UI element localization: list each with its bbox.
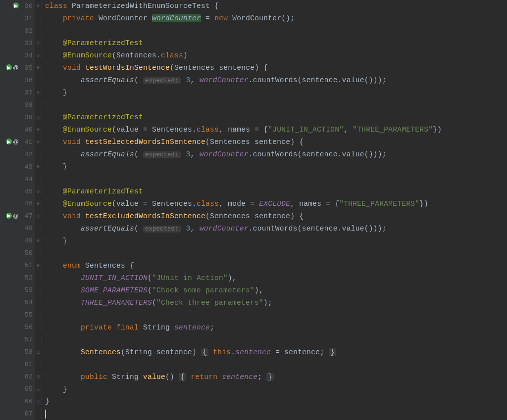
parameter-hint: expected: [143, 77, 181, 84]
code-line[interactable]: 38 [0, 99, 507, 111]
code-line[interactable]: ▶@47 ⊖ void testExcludedWordsInSentence(… [0, 210, 507, 222]
code-line[interactable]: 45 ⊖ @ParameterizedTest [0, 186, 507, 198]
line-number: 30 [19, 2, 33, 10]
code-line[interactable]: 43 ⊖ } [0, 161, 507, 173]
code-line[interactable]: 62 ⊞ public String value() { return sent… [0, 371, 507, 383]
code-line[interactable]: 55 [0, 309, 507, 321]
code-line[interactable]: 58 ⊞ Sentences(String sentence) { this.s… [0, 346, 507, 358]
code-line[interactable]: 46 ⊖ @EnumSource(value = Sentences.class… [0, 198, 507, 210]
parameter-hint: expected: [143, 151, 181, 158]
code-line[interactable]: 48 assertEquals( expected: 3, wordCounte… [0, 222, 507, 234]
code-line[interactable]: ▶ 30 ⊖ class ParameterizedWithEnumSource… [0, 0, 507, 12]
code-line[interactable]: 36 assertEquals( expected: 3, wordCounte… [0, 74, 507, 87]
code-line[interactable]: ▶@35 ⊖ void testWordsInSentence(Sentence… [0, 62, 507, 74]
code-editor[interactable]: ▶ 30 ⊖ class ParameterizedWithEnumSource… [0, 0, 507, 420]
run-test-icon[interactable]: ▶ [6, 139, 12, 144]
highlighted-identifier: wordCounter [152, 14, 201, 22]
code-line[interactable]: 51 ⊖ enum Sentences { [0, 259, 507, 272]
code-line[interactable]: 31 private WordCounter wordCounter = new… [0, 12, 507, 25]
code-line[interactable]: 44 [0, 173, 507, 186]
code-line[interactable]: 66 ⊖ } [0, 395, 507, 408]
code-line[interactable]: 40 ⊖ @EnumSource(value = Sentences.class… [0, 124, 507, 136]
code-line[interactable]: 57 [0, 333, 507, 346]
code-line[interactable]: 67 [0, 408, 507, 420]
run-test-icon[interactable]: ▶ [6, 213, 12, 219]
code-line[interactable]: 32 [0, 25, 507, 37]
override-icon[interactable]: @ [13, 64, 19, 70]
code-line[interactable]: 52 JUNIT_IN_ACTION("JUnit in Action"), [0, 272, 507, 284]
text-caret [45, 410, 46, 419]
code-line[interactable]: 61 [0, 358, 507, 371]
code-line[interactable]: 53 SOME_PARAMETERS("Check some parameter… [0, 284, 507, 296]
override-icon[interactable]: @ [13, 213, 19, 219]
code-line[interactable]: 39 ⊖ @ParameterizedTest [0, 111, 507, 124]
code-line[interactable]: ▶@41 ⊖ void testSelectedWordsInSentence(… [0, 136, 507, 148]
code-line[interactable]: 50 [0, 247, 507, 259]
code-line[interactable]: 34 ⊖ @EnumSource(Sentences.class) [0, 49, 507, 62]
run-test-icon[interactable]: ▶ [6, 64, 12, 70]
code-line[interactable]: 49 ⊖ } [0, 234, 507, 247]
override-icon[interactable]: @ [13, 139, 19, 144]
code-line[interactable]: 65 ⊖ } [0, 383, 507, 395]
parameter-hint: expected: [143, 226, 181, 233]
code-line[interactable]: 37 ⊖ } [0, 87, 507, 99]
code-line[interactable]: 54 THREE_PARAMETERS("Check three paramet… [0, 296, 507, 309]
run-test-icon[interactable]: ▶ [13, 2, 19, 8]
code-line[interactable]: 33 ⊖ @ParameterizedTest [0, 37, 507, 49]
code-line[interactable]: 56 private final String sentence; [0, 321, 507, 333]
code-line[interactable]: 42 assertEquals( expected: 3, wordCounte… [0, 148, 507, 161]
